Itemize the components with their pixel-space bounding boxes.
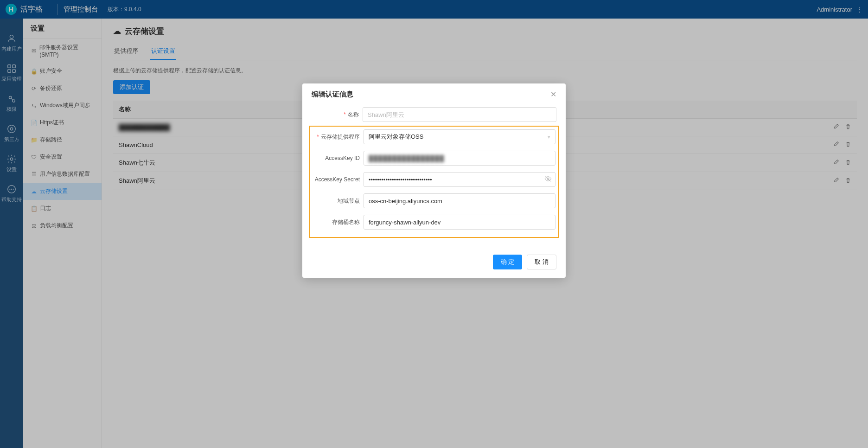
input-region[interactable] (364, 193, 555, 208)
chevron-down-icon: ▾ (548, 134, 550, 140)
ok-button[interactable]: 确 定 (493, 255, 523, 269)
label-bucket: 存储桶名称 (313, 218, 364, 226)
input-access-key-secret[interactable] (364, 172, 555, 187)
highlighted-fields: 云存储提供程序 阿里云对象存储OSS ▾ AccessKey ID ██████… (309, 126, 559, 238)
edit-auth-modal: 编辑认证信息 ✕ 名称 云存储提供程序 阿里云对象存储OSS ▾ (302, 83, 566, 278)
label-name: 名称 (312, 111, 363, 119)
label-access-key-id: AccessKey ID (313, 155, 364, 161)
close-icon[interactable]: ✕ (550, 90, 556, 99)
label-provider: 云存储提供程序 (313, 133, 364, 141)
modal-title: 编辑认证信息 (312, 90, 353, 99)
label-region: 地域节点 (313, 197, 364, 205)
cancel-button[interactable]: 取 消 (527, 255, 556, 269)
eye-icon[interactable] (544, 175, 552, 184)
select-provider[interactable]: 阿里云对象存储OSS ▾ (364, 129, 555, 144)
input-bucket[interactable] (364, 215, 555, 230)
input-name[interactable] (363, 107, 556, 122)
input-access-key-id[interactable]: ████████████████ (364, 151, 555, 166)
modal-overlay: 编辑认证信息 ✕ 名称 云存储提供程序 阿里云对象存储OSS ▾ (0, 0, 868, 448)
label-access-key-secret: AccessKey Secret (313, 176, 364, 183)
